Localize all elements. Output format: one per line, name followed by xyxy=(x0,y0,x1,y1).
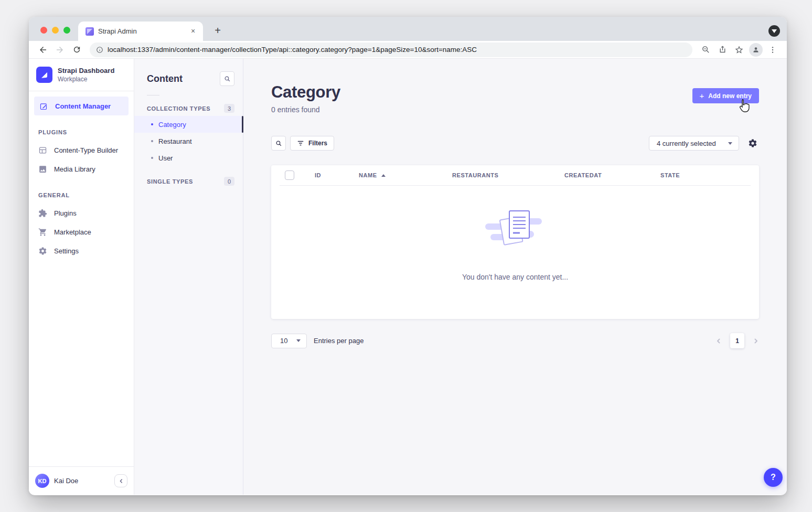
column-header-state[interactable]: STATE xyxy=(660,172,745,178)
window-controls xyxy=(40,27,70,34)
sidebar-item-label: Content-Type Builder xyxy=(54,146,118,154)
page-number-button[interactable]: 1 xyxy=(730,333,744,348)
close-window-button[interactable] xyxy=(40,27,47,34)
sidebar-item-label: Media Library xyxy=(54,165,95,173)
content-subnav: Content COLLECTION TYPES 3 Category Rest… xyxy=(134,59,243,495)
sidebar-item-label: Content Manager xyxy=(55,102,111,110)
table-header-row: ID NAME RESTAURANTS CREATEDAT STATE xyxy=(271,165,759,185)
cart-icon xyxy=(37,228,48,237)
filter-icon xyxy=(297,140,304,146)
empty-state-text: You don't have any content yet... xyxy=(271,273,759,281)
filters-button[interactable]: Filters xyxy=(290,136,334,151)
layout-icon xyxy=(37,146,48,155)
chevron-down-icon xyxy=(296,339,301,342)
sidebar-item-marketplace[interactable]: Marketplace xyxy=(29,222,134,241)
subnav-item-user[interactable]: User xyxy=(134,150,243,166)
collection-types-count: 3 xyxy=(224,104,234,113)
column-header-createdat[interactable]: CREATEDAT xyxy=(564,172,660,178)
column-header-name[interactable]: NAME xyxy=(359,172,452,178)
subnav-search-button[interactable] xyxy=(220,71,234,86)
pen-icon xyxy=(38,102,49,111)
share-icon[interactable] xyxy=(715,43,729,57)
page-size-select[interactable]: 10 xyxy=(271,334,307,348)
brand-block[interactable]: Strapi Dashboard Workplace xyxy=(29,59,134,91)
entries-per-page-label: Entries per page xyxy=(314,337,364,345)
documents-illustration-icon xyxy=(484,207,546,251)
subnav-item-label: Restaurant xyxy=(158,137,192,145)
bookmark-star-icon[interactable] xyxy=(732,43,746,57)
puzzle-icon xyxy=(37,209,48,218)
page-size-value: 10 xyxy=(280,337,287,345)
workspace-subtitle: Workplace xyxy=(58,76,114,83)
avatar: KD xyxy=(35,474,49,488)
next-page-icon[interactable] xyxy=(753,338,759,344)
subnav-item-label: Category xyxy=(158,121,186,129)
browser-window: Strapi Admin × + localhost:1337/admin/co… xyxy=(29,17,787,495)
entries-count: 0 entries found xyxy=(271,105,340,114)
subnav-item-restaurant[interactable]: Restaurant xyxy=(134,133,243,150)
zoom-window-button[interactable] xyxy=(63,27,70,34)
column-header-restaurants[interactable]: RESTAURANTS xyxy=(452,172,564,178)
plus-icon: + xyxy=(700,92,704,100)
strapi-app: Strapi Dashboard Workplace Content Manag… xyxy=(29,59,787,495)
browser-tab[interactable]: Strapi Admin × xyxy=(78,22,203,41)
empty-state: You don't have any content yet... xyxy=(271,186,759,281)
table-settings-button[interactable] xyxy=(746,137,759,150)
sidebar-item-plugins[interactable]: Plugins xyxy=(29,204,134,222)
address-bar[interactable]: localhost:1337/admin/content-manager/col… xyxy=(90,42,692,57)
minimize-window-button[interactable] xyxy=(52,27,59,34)
sidebar-item-label: Settings xyxy=(54,247,79,255)
new-tab-button[interactable]: + xyxy=(210,24,225,38)
bullet-icon xyxy=(151,140,153,142)
page-title: Category xyxy=(271,83,340,102)
sidebar-item-label: Marketplace xyxy=(54,228,91,236)
forward-button[interactable] xyxy=(53,43,67,57)
search-icon xyxy=(224,76,231,82)
back-button[interactable] xyxy=(36,43,50,57)
main-sidebar: Strapi Dashboard Workplace Content Manag… xyxy=(29,59,134,495)
image-icon xyxy=(37,165,48,174)
zoom-page-icon[interactable] xyxy=(699,43,712,57)
entries-table: ID NAME RESTAURANTS CREATEDAT STATE xyxy=(271,165,759,319)
collapse-sidebar-button[interactable] xyxy=(114,474,127,487)
sort-ascending-icon xyxy=(381,174,386,177)
collection-types-label: COLLECTION TYPES xyxy=(147,105,210,112)
browser-menu-icon[interactable] xyxy=(766,43,779,57)
record-indicator-icon[interactable] xyxy=(768,25,780,37)
columns-select[interactable]: 4 currently selected xyxy=(649,136,739,151)
subnav-item-label: User xyxy=(158,154,173,162)
pagination: 10 Entries per page 1 xyxy=(271,333,759,348)
sidebar-item-media-library[interactable]: Media Library xyxy=(29,159,134,178)
subnav-item-category[interactable]: Category xyxy=(134,116,243,133)
site-info-icon[interactable] xyxy=(96,46,103,54)
sidebar-section-general: GENERAL xyxy=(29,192,134,198)
sidebar-item-content-manager[interactable]: Content Manager xyxy=(34,97,129,115)
divider xyxy=(147,95,159,95)
user-name: Kai Doe xyxy=(54,477,110,485)
subnav-title: Content xyxy=(147,73,183,84)
main-content: Category 0 entries found + Add new entry… xyxy=(243,59,787,495)
search-icon xyxy=(275,140,282,147)
browser-profile-avatar[interactable] xyxy=(749,43,763,57)
single-types-count: 0 xyxy=(224,177,234,186)
sidebar-item-content-type-builder[interactable]: Content-Type Builder xyxy=(29,141,134,159)
sidebar-item-label: Plugins xyxy=(54,209,77,217)
help-button[interactable]: ? xyxy=(764,468,783,487)
previous-page-icon[interactable] xyxy=(715,338,722,344)
browser-tabstrip: Strapi Admin × + xyxy=(29,17,787,41)
reload-button[interactable] xyxy=(70,43,83,57)
select-all-checkbox[interactable] xyxy=(285,170,294,180)
add-new-entry-button[interactable]: + Add new entry xyxy=(692,88,759,103)
column-header-id[interactable]: ID xyxy=(315,172,359,178)
user-row: KD Kai Doe xyxy=(29,466,134,495)
strapi-favicon-icon xyxy=(86,27,94,36)
gear-icon xyxy=(748,138,757,148)
workspace-title: Strapi Dashboard xyxy=(58,67,114,75)
gear-icon xyxy=(37,247,48,255)
strapi-logo-icon xyxy=(36,67,52,83)
sidebar-item-settings[interactable]: Settings xyxy=(29,241,134,260)
single-types-label: SINGLE TYPES xyxy=(147,178,193,185)
chevron-left-icon xyxy=(119,478,124,484)
tab-close-icon[interactable]: × xyxy=(188,27,198,36)
table-search-button[interactable] xyxy=(271,136,286,151)
